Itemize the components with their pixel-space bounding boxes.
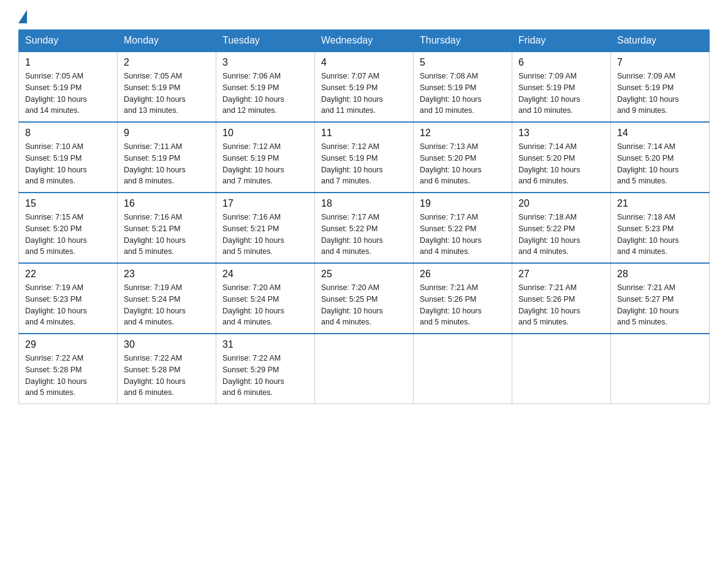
calendar-cell: 4 Sunrise: 7:07 AMSunset: 5:19 PMDayligh… — [315, 52, 414, 122]
day-info: Sunrise: 7:16 AMSunset: 5:21 PMDaylight:… — [222, 212, 308, 258]
calendar-cell: 18 Sunrise: 7:17 AMSunset: 5:22 PMDaylig… — [315, 193, 414, 263]
day-number: 14 — [617, 128, 703, 139]
col-header-monday: Monday — [118, 30, 216, 52]
calendar-week-row: 22 Sunrise: 7:19 AMSunset: 5:23 PMDaylig… — [19, 263, 710, 334]
day-info: Sunrise: 7:12 AMSunset: 5:19 PMDaylight:… — [222, 141, 308, 187]
day-number: 27 — [518, 269, 604, 280]
calendar-cell: 6 Sunrise: 7:09 AMSunset: 5:19 PMDayligh… — [512, 52, 611, 122]
calendar-cell: 12 Sunrise: 7:13 AMSunset: 5:20 PMDaylig… — [414, 122, 512, 193]
day-number: 10 — [222, 128, 308, 139]
day-info: Sunrise: 7:21 AMSunset: 5:26 PMDaylight:… — [518, 282, 604, 328]
calendar-cell — [414, 334, 512, 404]
calendar-cell: 31 Sunrise: 7:22 AMSunset: 5:29 PMDaylig… — [216, 334, 315, 404]
day-number: 24 — [222, 269, 308, 280]
day-number: 25 — [321, 269, 407, 280]
col-header-friday: Friday — [512, 30, 611, 52]
calendar-cell: 14 Sunrise: 7:14 AMSunset: 5:20 PMDaylig… — [611, 122, 710, 193]
day-info: Sunrise: 7:18 AMSunset: 5:23 PMDaylight:… — [617, 212, 703, 258]
day-info: Sunrise: 7:10 AMSunset: 5:19 PMDaylight:… — [25, 141, 111, 187]
calendar-cell — [315, 334, 414, 404]
calendar-cell: 10 Sunrise: 7:12 AMSunset: 5:19 PMDaylig… — [216, 122, 315, 193]
calendar-cell: 11 Sunrise: 7:12 AMSunset: 5:19 PMDaylig… — [315, 122, 414, 193]
calendar-cell: 22 Sunrise: 7:19 AMSunset: 5:23 PMDaylig… — [19, 263, 118, 334]
day-number: 23 — [124, 269, 210, 280]
col-header-tuesday: Tuesday — [216, 30, 315, 52]
day-number: 3 — [222, 57, 308, 68]
day-number: 28 — [617, 269, 703, 280]
calendar-week-row: 29 Sunrise: 7:22 AMSunset: 5:28 PMDaylig… — [19, 334, 710, 404]
logo — [18, 12, 27, 23]
calendar-cell: 3 Sunrise: 7:06 AMSunset: 5:19 PMDayligh… — [216, 52, 315, 122]
day-info: Sunrise: 7:22 AMSunset: 5:28 PMDaylight:… — [25, 353, 111, 399]
calendar-cell: 26 Sunrise: 7:21 AMSunset: 5:26 PMDaylig… — [414, 263, 512, 334]
day-info: Sunrise: 7:19 AMSunset: 5:23 PMDaylight:… — [25, 282, 111, 328]
day-number: 29 — [25, 339, 111, 350]
logo-triangle-icon — [18, 10, 27, 23]
calendar-cell: 1 Sunrise: 7:05 AMSunset: 5:19 PMDayligh… — [19, 52, 118, 122]
day-number: 20 — [518, 198, 604, 209]
day-info: Sunrise: 7:14 AMSunset: 5:20 PMDaylight:… — [518, 141, 604, 187]
calendar-week-row: 15 Sunrise: 7:15 AMSunset: 5:20 PMDaylig… — [19, 193, 710, 263]
calendar-table: SundayMondayTuesdayWednesdayThursdayFrid… — [18, 29, 710, 404]
col-header-saturday: Saturday — [611, 30, 710, 52]
day-info: Sunrise: 7:22 AMSunset: 5:29 PMDaylight:… — [222, 353, 308, 399]
calendar-cell: 23 Sunrise: 7:19 AMSunset: 5:24 PMDaylig… — [118, 263, 216, 334]
calendar-cell — [611, 334, 710, 404]
day-info: Sunrise: 7:21 AMSunset: 5:26 PMDaylight:… — [420, 282, 506, 328]
day-info: Sunrise: 7:18 AMSunset: 5:22 PMDaylight:… — [518, 212, 604, 258]
calendar-cell: 19 Sunrise: 7:17 AMSunset: 5:22 PMDaylig… — [414, 193, 512, 263]
day-info: Sunrise: 7:07 AMSunset: 5:19 PMDaylight:… — [321, 71, 407, 117]
calendar-cell: 17 Sunrise: 7:16 AMSunset: 5:21 PMDaylig… — [216, 193, 315, 263]
calendar-cell: 15 Sunrise: 7:15 AMSunset: 5:20 PMDaylig… — [19, 193, 118, 263]
day-number: 16 — [124, 198, 210, 209]
day-number: 4 — [321, 57, 407, 68]
calendar-cell: 28 Sunrise: 7:21 AMSunset: 5:27 PMDaylig… — [611, 263, 710, 334]
day-number: 2 — [124, 57, 210, 68]
calendar-cell: 13 Sunrise: 7:14 AMSunset: 5:20 PMDaylig… — [512, 122, 611, 193]
day-number: 7 — [617, 57, 703, 68]
day-number: 6 — [518, 57, 604, 68]
day-number: 30 — [124, 339, 210, 350]
day-info: Sunrise: 7:13 AMSunset: 5:20 PMDaylight:… — [420, 141, 506, 187]
calendar-cell: 16 Sunrise: 7:16 AMSunset: 5:21 PMDaylig… — [118, 193, 216, 263]
day-number: 1 — [25, 57, 111, 68]
day-info: Sunrise: 7:05 AMSunset: 5:19 PMDaylight:… — [25, 71, 111, 117]
day-number: 8 — [25, 128, 111, 139]
calendar-cell: 5 Sunrise: 7:08 AMSunset: 5:19 PMDayligh… — [414, 52, 512, 122]
calendar-week-row: 1 Sunrise: 7:05 AMSunset: 5:19 PMDayligh… — [19, 52, 710, 122]
calendar-cell: 25 Sunrise: 7:20 AMSunset: 5:25 PMDaylig… — [315, 263, 414, 334]
page-header — [18, 12, 710, 23]
day-number: 13 — [518, 128, 604, 139]
day-number: 12 — [420, 128, 506, 139]
col-header-thursday: Thursday — [414, 30, 512, 52]
day-number: 22 — [25, 269, 111, 280]
day-info: Sunrise: 7:21 AMSunset: 5:27 PMDaylight:… — [617, 282, 703, 328]
day-info: Sunrise: 7:14 AMSunset: 5:20 PMDaylight:… — [617, 141, 703, 187]
day-info: Sunrise: 7:15 AMSunset: 5:20 PMDaylight:… — [25, 212, 111, 258]
calendar-cell: 20 Sunrise: 7:18 AMSunset: 5:22 PMDaylig… — [512, 193, 611, 263]
calendar-cell: 27 Sunrise: 7:21 AMSunset: 5:26 PMDaylig… — [512, 263, 611, 334]
calendar-week-row: 8 Sunrise: 7:10 AMSunset: 5:19 PMDayligh… — [19, 122, 710, 193]
col-header-wednesday: Wednesday — [315, 30, 414, 52]
day-info: Sunrise: 7:11 AMSunset: 5:19 PMDaylight:… — [124, 141, 210, 187]
day-info: Sunrise: 7:22 AMSunset: 5:28 PMDaylight:… — [124, 353, 210, 399]
calendar-header-row: SundayMondayTuesdayWednesdayThursdayFrid… — [19, 30, 710, 52]
day-number: 31 — [222, 339, 308, 350]
day-info: Sunrise: 7:19 AMSunset: 5:24 PMDaylight:… — [124, 282, 210, 328]
day-info: Sunrise: 7:16 AMSunset: 5:21 PMDaylight:… — [124, 212, 210, 258]
day-info: Sunrise: 7:17 AMSunset: 5:22 PMDaylight:… — [420, 212, 506, 258]
day-info: Sunrise: 7:20 AMSunset: 5:24 PMDaylight:… — [222, 282, 308, 328]
day-number: 17 — [222, 198, 308, 209]
day-number: 15 — [25, 198, 111, 209]
day-number: 21 — [617, 198, 703, 209]
calendar-cell: 9 Sunrise: 7:11 AMSunset: 5:19 PMDayligh… — [118, 122, 216, 193]
calendar-cell: 29 Sunrise: 7:22 AMSunset: 5:28 PMDaylig… — [19, 334, 118, 404]
calendar-cell: 24 Sunrise: 7:20 AMSunset: 5:24 PMDaylig… — [216, 263, 315, 334]
calendar-cell: 21 Sunrise: 7:18 AMSunset: 5:23 PMDaylig… — [611, 193, 710, 263]
day-number: 9 — [124, 128, 210, 139]
calendar-cell: 8 Sunrise: 7:10 AMSunset: 5:19 PMDayligh… — [19, 122, 118, 193]
day-number: 26 — [420, 269, 506, 280]
day-number: 5 — [420, 57, 506, 68]
day-info: Sunrise: 7:06 AMSunset: 5:19 PMDaylight:… — [222, 71, 308, 117]
day-info: Sunrise: 7:12 AMSunset: 5:19 PMDaylight:… — [321, 141, 407, 187]
